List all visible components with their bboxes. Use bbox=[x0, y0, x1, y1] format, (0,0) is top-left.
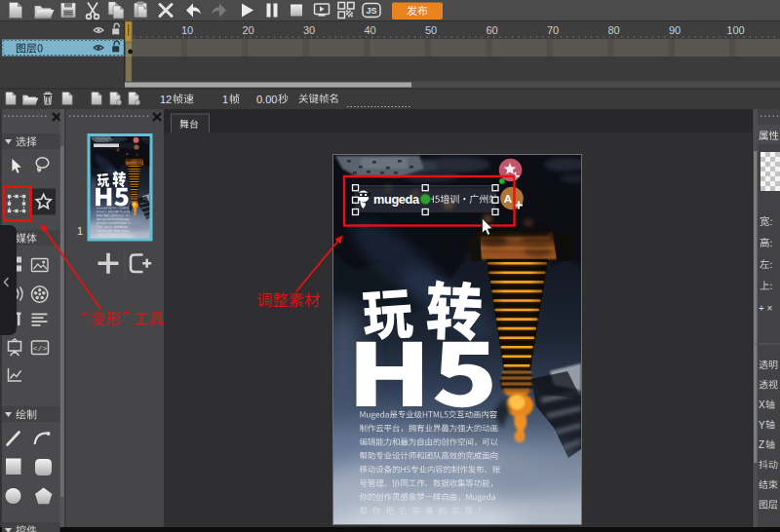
svg-text:+ ×: + × bbox=[759, 303, 773, 314]
svg-text:40: 40 bbox=[364, 24, 375, 36]
svg-text:mugeda: mugeda bbox=[373, 192, 420, 207]
svg-text:X: X bbox=[759, 399, 765, 410]
svg-text:Y: Y bbox=[759, 420, 765, 431]
svg-text:60: 60 bbox=[486, 24, 497, 36]
svg-text:</>: </> bbox=[33, 344, 48, 353]
svg-text:10: 10 bbox=[181, 24, 193, 36]
svg-text:100: 100 bbox=[726, 24, 744, 36]
svg-text:30: 30 bbox=[303, 24, 315, 36]
svg-text:20: 20 bbox=[242, 24, 254, 36]
svg-text:0.00: 0.00 bbox=[256, 94, 277, 105]
svg-text:A: A bbox=[504, 193, 512, 205]
svg-text:80: 80 bbox=[607, 24, 619, 36]
svg-text:90: 90 bbox=[669, 24, 681, 36]
svg-text:12: 12 bbox=[160, 94, 172, 105]
svg-text:1: 1 bbox=[77, 225, 83, 237]
svg-text:Z: Z bbox=[759, 439, 764, 450]
svg-text:70: 70 bbox=[547, 24, 559, 36]
svg-text:JS: JS bbox=[366, 6, 376, 16]
svg-text:1: 1 bbox=[222, 94, 228, 105]
svg-text:50: 50 bbox=[425, 24, 437, 36]
